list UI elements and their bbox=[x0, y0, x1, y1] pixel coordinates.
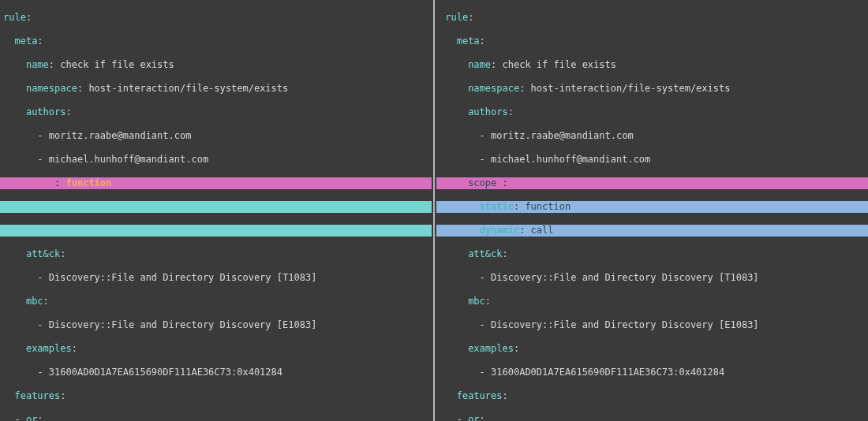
key-namespace: namespace bbox=[26, 83, 77, 94]
diff-changed-line: scopes: bbox=[436, 177, 868, 189]
key-mbc: mbc bbox=[26, 296, 43, 307]
code-line: meta: bbox=[0, 35, 432, 47]
code-line: meta: bbox=[436, 35, 868, 47]
code-line: - Discovery::File and Directory Discover… bbox=[436, 319, 868, 331]
key-dynamic: dynamic bbox=[480, 225, 520, 236]
key-name: name bbox=[468, 59, 491, 70]
key-attack: att&ck bbox=[26, 248, 60, 259]
val-name: check if file exists bbox=[60, 59, 174, 70]
val-example: 31600AD0D1A7EA615690DF111AE36C73:0x40128… bbox=[491, 367, 724, 378]
val-mbc: Discovery::File and Directory Discovery … bbox=[491, 319, 759, 330]
key-examples: examples bbox=[468, 343, 514, 354]
key-features: features bbox=[457, 390, 503, 401]
code-line: examples: bbox=[436, 343, 868, 355]
diff-container: rule: meta: name: check if file exists n… bbox=[0, 0, 868, 421]
code-line: namespace: host-interaction/file-system/… bbox=[0, 83, 432, 95]
key-authors: authors bbox=[468, 106, 508, 117]
code-line: features: bbox=[436, 390, 868, 402]
author-0: moritz.raabe@mandiant.com bbox=[491, 130, 634, 141]
code-line: - or: bbox=[436, 414, 868, 421]
key-namespace: namespace bbox=[468, 83, 519, 94]
code-line: features: bbox=[0, 390, 432, 402]
key-static: static bbox=[480, 201, 514, 212]
code-line: - michael.hunhoff@mandiant.com bbox=[0, 154, 432, 166]
code-line: mbc: bbox=[0, 296, 432, 307]
author-1: michael.hunhoff@mandiant.com bbox=[491, 154, 650, 165]
code-line: att&ck: bbox=[436, 248, 868, 260]
code-line: authors: bbox=[436, 106, 868, 118]
key-authors: authors bbox=[26, 106, 66, 117]
diff-filler-line bbox=[0, 225, 432, 237]
val-namespace: host-interaction/file-system/exists bbox=[88, 83, 288, 94]
code-line: - 31600AD0D1A7EA615690DF111AE36C73:0x401… bbox=[436, 367, 868, 378]
code-line: att&ck: bbox=[0, 248, 432, 260]
val-attack: Discovery::File and Directory Discovery … bbox=[491, 272, 759, 283]
author-0: moritz.raabe@mandiant.com bbox=[49, 130, 192, 141]
val-scope: function bbox=[65, 177, 111, 188]
code-line: examples: bbox=[0, 343, 432, 355]
key-or: or bbox=[26, 414, 37, 421]
key-mbc: mbc bbox=[468, 296, 485, 307]
key-or: or bbox=[468, 414, 479, 421]
code-line: - Discovery::File and Directory Discover… bbox=[0, 272, 432, 284]
key-attack: att&ck bbox=[468, 248, 502, 259]
val-example: 31600AD0D1A7EA615690DF111AE36C73:0x40128… bbox=[49, 367, 282, 378]
val-attack: Discovery::File and Directory Discovery … bbox=[49, 272, 317, 283]
code-line: rule: bbox=[0, 12, 432, 24]
key-features: features bbox=[14, 390, 60, 401]
code-line: mbc: bbox=[436, 296, 868, 307]
code-line: - 31600AD0D1A7EA615690DF111AE36C73:0x401… bbox=[0, 367, 432, 378]
val-name: check if file exists bbox=[502, 59, 616, 70]
key-rule: rule bbox=[3, 12, 26, 23]
diff-removed-line: scope: function bbox=[0, 177, 432, 189]
code-line: - or: bbox=[0, 414, 432, 421]
code-line: rule: bbox=[436, 12, 868, 24]
val-static: function bbox=[525, 201, 571, 212]
diff-filler-line bbox=[0, 201, 432, 213]
key-examples: examples bbox=[26, 343, 72, 354]
left-pane: rule: meta: name: check if file exists n… bbox=[0, 0, 432, 421]
code-line: authors: bbox=[0, 106, 432, 118]
val-dynamic: call bbox=[531, 225, 554, 236]
diff-added-line: dynamic: call bbox=[436, 225, 868, 237]
val-mbc: Discovery::File and Directory Discovery … bbox=[49, 319, 317, 330]
key-meta: meta bbox=[457, 35, 480, 47]
code-line: - michael.hunhoff@mandiant.com bbox=[436, 154, 868, 166]
code-line: namespace: host-interaction/file-system/… bbox=[436, 83, 868, 95]
val-namespace: host-interaction/file-system/exists bbox=[531, 83, 731, 94]
code-line: name: check if file exists bbox=[0, 59, 432, 71]
key-rule: rule bbox=[445, 12, 468, 23]
key-name: name bbox=[26, 59, 49, 70]
right-pane: rule: meta: name: check if file exists n… bbox=[436, 0, 868, 421]
diff-added-line: static: function bbox=[436, 201, 868, 213]
author-1: michael.hunhoff@mandiant.com bbox=[49, 154, 208, 165]
key-scope: scope bbox=[26, 177, 54, 188]
code-line: - moritz.raabe@mandiant.com bbox=[436, 130, 868, 142]
code-line: - Discovery::File and Directory Discover… bbox=[436, 272, 868, 284]
key-meta: meta bbox=[14, 35, 37, 47]
code-line: - Discovery::File and Directory Discover… bbox=[0, 319, 432, 331]
code-line: name: check if file exists bbox=[436, 59, 868, 71]
code-line: - moritz.raabe@mandiant.com bbox=[0, 130, 432, 142]
